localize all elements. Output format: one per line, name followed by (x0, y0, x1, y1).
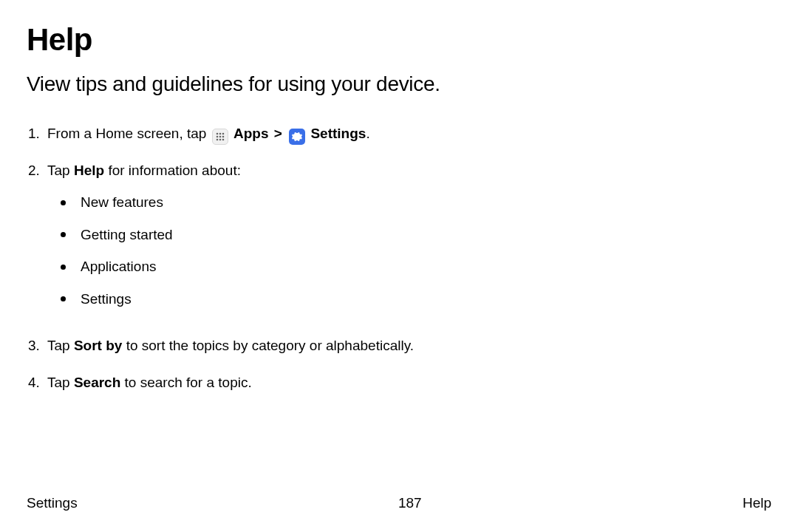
svg-point-8 (222, 139, 224, 141)
footer-page-number: 187 (398, 495, 422, 511)
step-body: Tap Help for information about: New feat… (47, 160, 499, 320)
bullet-item: New features (47, 191, 499, 213)
svg-point-5 (222, 136, 224, 138)
text: . (366, 126, 369, 141)
svg-point-4 (219, 136, 221, 138)
step-body: Tap Sort by to sort the topics by catego… (47, 335, 499, 356)
step-body: Tap Search to search for a topic. (47, 372, 499, 393)
step-2: 2. Tap Help for information about: New f… (27, 160, 499, 320)
step-body: From a Home screen, tap Apps > Settings. (47, 123, 499, 145)
search-label: Search (74, 375, 120, 390)
step-number: 4. (27, 372, 47, 393)
bullet-item: Settings (47, 288, 499, 310)
text: to sort the topics by category or alphab… (122, 338, 414, 353)
help-label: Help (74, 163, 104, 178)
page-title: Help (27, 22, 771, 58)
apps-icon (212, 129, 228, 145)
page-footer: Settings 187 Help (27, 495, 771, 511)
bullet-list: New features Getting started Application… (47, 191, 499, 310)
svg-point-2 (222, 133, 224, 135)
step-4: 4. Tap Search to search for a topic. (27, 372, 499, 393)
step-3: 3. Tap Sort by to sort the topics by cat… (27, 335, 499, 356)
page-subtitle: View tips and guidelines for using your … (27, 72, 771, 96)
step-number: 3. (27, 335, 47, 356)
text: for information about: (104, 163, 241, 178)
chevron-right-icon: > (274, 126, 282, 141)
text: Tap (47, 163, 74, 178)
step-number: 2. (27, 160, 47, 320)
apps-label: Apps (233, 126, 269, 141)
settings-label: Settings (310, 126, 366, 141)
footer-section: Settings (27, 495, 78, 511)
text: Tap (47, 338, 74, 353)
sortby-label: Sort by (74, 338, 122, 353)
svg-point-6 (216, 139, 218, 141)
step-1: 1. From a Home screen, tap Apps > Settin… (27, 123, 499, 145)
text: to search for a topic. (120, 375, 251, 390)
text: Tap (47, 375, 74, 390)
instruction-list: 1. From a Home screen, tap Apps > Settin… (27, 123, 499, 393)
settings-icon (289, 129, 305, 145)
svg-point-1 (219, 133, 221, 135)
bullet-item: Applications (47, 256, 499, 277)
text: From a Home screen, tap (47, 126, 211, 141)
svg-point-3 (216, 136, 218, 138)
footer-topic: Help (743, 495, 771, 511)
step-number: 1. (27, 123, 47, 145)
bullet-item: Getting started (47, 224, 499, 245)
svg-point-7 (219, 139, 221, 141)
manual-page: Help View tips and guidelines for using … (0, 0, 798, 532)
svg-point-0 (216, 133, 218, 135)
